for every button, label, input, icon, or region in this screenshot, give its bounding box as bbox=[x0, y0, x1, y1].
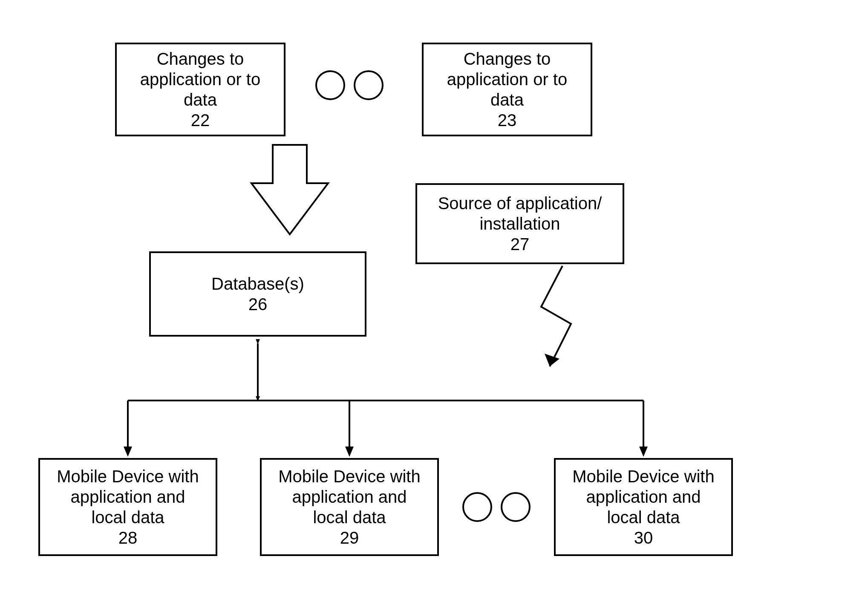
text-line: data bbox=[490, 89, 524, 110]
text-line: 26 bbox=[248, 294, 268, 314]
text-line: 30 bbox=[634, 527, 653, 548]
ellipsis-circle bbox=[462, 492, 492, 522]
box-changes-23: Changes to application or to data 23 bbox=[422, 43, 592, 136]
big-hollow-arrow-icon bbox=[251, 145, 328, 234]
text-line: Mobile Device with bbox=[278, 466, 420, 487]
box-mobile-28: Mobile Device with application and local… bbox=[38, 458, 217, 556]
box-database-26: Database(s) 26 bbox=[149, 251, 366, 337]
text-line: local data bbox=[91, 507, 164, 527]
text-line: 28 bbox=[118, 527, 138, 548]
ellipsis-circle bbox=[315, 70, 345, 100]
text-line: application and bbox=[586, 487, 701, 507]
text-line: Mobile Device with bbox=[57, 466, 199, 487]
ellipsis-circle bbox=[354, 70, 384, 100]
text-line: local data bbox=[607, 507, 680, 527]
text-line: application or to bbox=[447, 69, 567, 89]
text-line: Source of application/ bbox=[438, 193, 602, 213]
text-line: 27 bbox=[510, 234, 530, 254]
box-mobile-29: Mobile Device with application and local… bbox=[260, 458, 439, 556]
text-line: Mobile Device with bbox=[572, 466, 714, 487]
text-line: installation bbox=[479, 213, 560, 234]
text-line: application or to bbox=[140, 69, 260, 89]
text-line: local data bbox=[313, 507, 386, 527]
zigzag-arrow-icon bbox=[541, 266, 571, 366]
box-source-27: Source of application/ installation 27 bbox=[415, 183, 624, 264]
text-line: Changes to bbox=[157, 49, 244, 69]
text-line: Database(s) bbox=[211, 274, 304, 294]
diagram-canvas: Changes to application or to data 22 Cha… bbox=[0, 0, 868, 608]
text-line: 23 bbox=[498, 110, 517, 130]
text-line: application and bbox=[70, 487, 185, 507]
box-mobile-30: Mobile Device with application and local… bbox=[554, 458, 733, 556]
text-line: application and bbox=[292, 487, 407, 507]
text-line: data bbox=[184, 89, 217, 110]
text-line: Changes to bbox=[464, 49, 551, 69]
text-line: 22 bbox=[191, 110, 210, 130]
text-line: 29 bbox=[340, 527, 359, 548]
ellipsis-circle bbox=[501, 492, 531, 522]
box-changes-22: Changes to application or to data 22 bbox=[115, 43, 285, 136]
